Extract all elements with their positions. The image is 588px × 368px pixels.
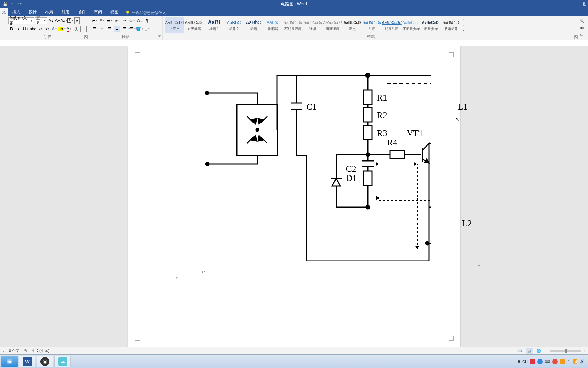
- line-spacing-icon[interactable]: ↕☰: [129, 26, 135, 32]
- font-color-icon[interactable]: A: [66, 26, 72, 32]
- borders-icon[interactable]: ⊞: [144, 26, 150, 32]
- style-item[interactable]: AaBbC标题: [244, 17, 263, 33]
- tab-view[interactable]: 视图: [106, 8, 122, 16]
- find-button[interactable]: 🔍: [580, 18, 587, 24]
- align-right-icon[interactable]: ☰: [106, 26, 113, 32]
- style-item[interactable]: AaBbCcDd不明显参考: [402, 17, 421, 33]
- web-layout-icon[interactable]: 🌐: [535, 348, 542, 354]
- proofing-icon[interactable]: ✎: [24, 349, 27, 353]
- distribute-icon[interactable]: ☰: [121, 26, 128, 32]
- style-item[interactable]: AaBbCcDd强调: [303, 17, 323, 33]
- enclose-char-icon[interactable]: ㊭: [73, 26, 80, 32]
- taskbar-obs[interactable]: ◉: [37, 356, 53, 367]
- underline-button[interactable]: U: [22, 26, 29, 32]
- strike-button[interactable]: abc: [30, 26, 36, 32]
- undo-icon[interactable]: ↶: [10, 2, 15, 6]
- style-item[interactable]: AaBbC标题 2: [224, 17, 244, 33]
- style-item[interactable]: AaBbCcDd明显参考: [421, 17, 441, 33]
- tell-me[interactable]: 💡 告诉我您想要做什么...: [125, 10, 169, 16]
- tray-keyboard-icon[interactable]: ⌨: [545, 359, 550, 364]
- word-count[interactable]: 0 个字: [9, 348, 19, 353]
- tab-design[interactable]: 设计: [24, 8, 41, 16]
- align-center-icon[interactable]: ≡: [99, 26, 105, 32]
- grow-font-icon[interactable]: A▲: [48, 17, 54, 24]
- tab-layout[interactable]: 布局: [41, 8, 57, 16]
- language-indicator[interactable]: 中文(中国): [32, 348, 49, 353]
- label-l1: L1: [458, 102, 468, 112]
- redo-icon[interactable]: ↷: [18, 2, 22, 6]
- login-link[interactable]: 登: [582, 2, 586, 7]
- tray-expand-icon[interactable]: ⊞: [517, 359, 520, 364]
- zoom-in-icon[interactable]: +: [583, 349, 585, 353]
- save-icon[interactable]: 💾: [3, 2, 7, 6]
- styles-gallery[interactable]: AaBbCcDd↵ 正文AaBbCcDd↵ 无间隔AaBl标题 1AaBbC标题…: [165, 17, 577, 33]
- styles-group-expand-icon[interactable]: ⬊: [574, 35, 578, 39]
- italic-button[interactable]: I: [15, 26, 22, 32]
- style-item[interactable]: AaBbCcDd明显强调: [323, 17, 342, 33]
- asian-layout-icon[interactable]: ☆: [129, 17, 135, 24]
- superscript-button[interactable]: x2: [44, 26, 51, 32]
- shrink-font-icon[interactable]: A▼: [55, 17, 60, 24]
- font-group-expand-icon[interactable]: ⬊: [84, 35, 88, 39]
- style-item[interactable]: AaBbCcDd不明显强调: [283, 17, 303, 33]
- gallery-scroll[interactable]: ▲▼▾: [461, 17, 466, 33]
- show-marks-icon[interactable]: ¶: [144, 17, 150, 24]
- tab-file[interactable]: 文: [0, 8, 8, 16]
- zoom-out-icon[interactable]: −: [545, 349, 547, 353]
- style-item[interactable]: AaBbCcDd明显引用: [382, 17, 402, 33]
- ime-indicator[interactable]: CH: [522, 359, 528, 364]
- text-effects-icon[interactable]: A: [51, 26, 58, 32]
- font-size-combo[interactable]: 五号: [35, 17, 47, 24]
- tray-app2-icon[interactable]: [560, 359, 565, 364]
- align-left-icon[interactable]: ☰: [91, 26, 98, 32]
- document-area[interactable]: C1 R1 R2 R3 R4 VT1 L1 C2 D1 L2 ↵ ↵ ↵ ↖: [0, 46, 588, 347]
- ruler[interactable]: [0, 40, 588, 46]
- taskbar-app[interactable]: ☁: [54, 356, 71, 367]
- zoom-slider[interactable]: [550, 350, 581, 352]
- style-item[interactable]: AaBbC副标题: [263, 17, 283, 33]
- char-border-icon[interactable]: A: [80, 26, 87, 32]
- tray-app1-icon[interactable]: [552, 359, 558, 364]
- style-item[interactable]: AaBbCcD要点: [342, 17, 362, 33]
- page-indicator[interactable]: ▫: [3, 349, 4, 353]
- phonetic-icon[interactable]: 🄰: [68, 17, 73, 24]
- tray-flag-icon[interactable]: 🏳: [567, 359, 571, 364]
- style-item[interactable]: AaBbCcDd↵ 正文: [165, 17, 184, 33]
- print-layout-icon[interactable]: ▤: [526, 348, 533, 354]
- font-family-combo[interactable]: 等线 (中文正: [8, 17, 34, 24]
- bullets-icon[interactable]: ≔: [91, 17, 98, 24]
- tab-references[interactable]: 引用: [57, 8, 74, 16]
- tray-sogou-icon[interactable]: [530, 359, 535, 364]
- increase-indent-icon[interactable]: ⇥: [121, 17, 128, 24]
- label-vt1: VT1: [407, 128, 423, 138]
- style-item[interactable]: AaBbCcD书籍标题: [441, 17, 461, 33]
- sort-icon[interactable]: A↓: [136, 17, 143, 24]
- select-button[interactable]: ▭: [580, 31, 587, 37]
- paragraph-group-expand-icon[interactable]: ⬊: [158, 35, 161, 39]
- tab-mailings[interactable]: 邮件: [74, 8, 90, 16]
- page: C1 R1 R2 R3 R4 VT1 L1 C2 D1 L2 ↵ ↵ ↵ ↖: [128, 46, 460, 347]
- tab-review[interactable]: 审阅: [90, 8, 106, 16]
- replace-button[interactable]: ab: [580, 25, 587, 31]
- clear-format-icon[interactable]: A: [74, 17, 80, 24]
- shading-icon[interactable]: 🪣: [136, 26, 143, 32]
- justify-icon[interactable]: ≣: [114, 26, 120, 32]
- style-item[interactable]: AaBbCcDd↵ 无间隔: [184, 17, 204, 33]
- subscript-button[interactable]: x2: [37, 26, 44, 32]
- style-item[interactable]: AaBl标题 1: [204, 17, 224, 33]
- taskbar-word[interactable]: W: [19, 356, 35, 367]
- tab-insert[interactable]: 插入: [8, 8, 24, 16]
- multilevel-icon[interactable]: ☰: [106, 17, 113, 24]
- tray-volume-icon[interactable]: 🔊: [580, 359, 585, 364]
- start-button[interactable]: [1, 356, 18, 367]
- read-mode-icon[interactable]: 📖: [516, 348, 523, 354]
- numbering-icon[interactable]: ≝: [99, 17, 105, 24]
- decrease-indent-icon[interactable]: ⇤: [114, 17, 120, 24]
- tray-network-icon[interactable]: 📶: [573, 359, 578, 364]
- change-case-icon[interactable]: Aa: [61, 17, 67, 24]
- style-item[interactable]: AaBbCcDd引用: [362, 17, 382, 33]
- highlight-icon[interactable]: ab: [59, 26, 65, 32]
- tray-help-icon[interactable]: [537, 359, 543, 364]
- font-group: 等线 (中文正 五号 A▲ A▼ Aa 🄰 A B I U abc x2 x2 …: [6, 16, 89, 40]
- bold-button[interactable]: B: [8, 26, 15, 32]
